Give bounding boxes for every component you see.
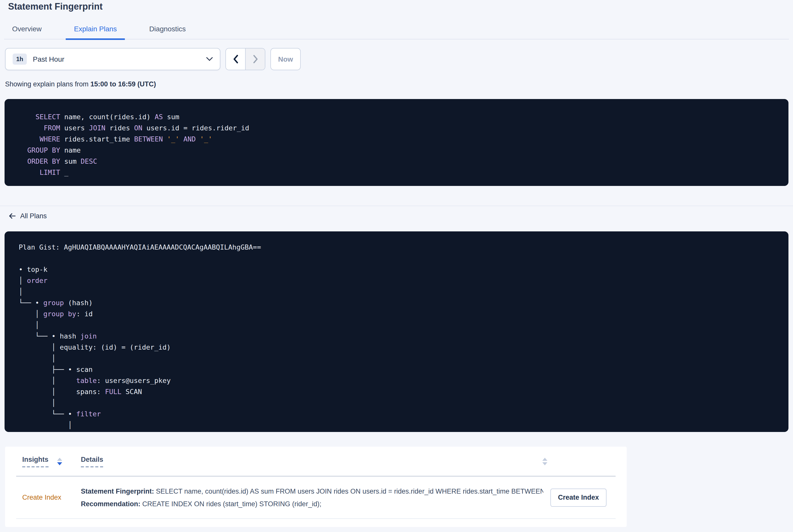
code-line: GROUP BY name [27, 145, 778, 156]
chevron-right-icon [252, 55, 258, 64]
tab-overview[interactable]: Overview [4, 19, 50, 40]
time-range-label: Past Hour [33, 55, 206, 63]
code-line: └── • hash join [19, 330, 778, 342]
statement-fingerprint-line: Statement Fingerprint: SELECT name, coun… [81, 485, 543, 497]
code-line: │ table: users@users_pkey [19, 375, 778, 386]
code-line: FROM users JOIN rides ON users.id = ride… [27, 122, 778, 133]
insights-table-header: Insights Details [16, 446, 616, 476]
now-button[interactable]: Now [270, 48, 301, 70]
code-line: │ [19, 286, 778, 297]
statement-fingerprint-text: SELECT name, count(rides.id) AS sum FROM… [154, 487, 543, 495]
insights-table-card: Insights Details Create Index Statement … [5, 446, 627, 527]
all-plans-link[interactable]: All Plans [8, 212, 47, 220]
create-index-button-label: Create Index [558, 494, 599, 501]
tab-bar: Overview Explain Plans Diagnostics [4, 19, 789, 39]
plan-gist-box: Plan Gist: AgHUAQIABQAAAAHYAQIAiAEAAAADC… [4, 231, 789, 432]
time-range-badge: 1h [13, 54, 27, 65]
recommendation-text: CREATE INDEX ON rides (start_time) STORI… [140, 500, 321, 508]
tab-explain-plans-label: Explain Plans [74, 24, 117, 33]
all-plans-label: All Plans [20, 212, 47, 220]
sort-up-arrow [542, 457, 547, 460]
code-line: ORDER BY sum DESC [27, 156, 778, 167]
table-row: Create Index Statement Fingerprint: SELE… [16, 476, 616, 519]
code-line: │ [19, 397, 778, 408]
chevron-down-icon [206, 57, 213, 61]
sort-icon[interactable] [542, 457, 547, 465]
code-line: └── • group (hash) [19, 297, 778, 308]
sort-down-arrow [542, 462, 547, 465]
code-line: │ [19, 431, 778, 432]
code-line: │ [19, 419, 778, 431]
code-line: │ equality: (id) = (rider_id) [19, 342, 778, 353]
code-line: │ [19, 319, 778, 330]
tab-overview-label: Overview [12, 24, 42, 33]
details-column-label: Details [81, 455, 103, 467]
sort-up-arrow [57, 457, 62, 460]
code-line: LIMIT _ [27, 167, 778, 178]
create-index-button[interactable]: Create Index [550, 488, 606, 507]
insight-details-cell: Statement Fingerprint: SELECT name, coun… [81, 485, 543, 510]
screenshot-viewport: Statement Fingerprint Overview Explain P… [0, 0, 793, 532]
statement-fingerprint-label: Statement Fingerprint: [81, 487, 154, 495]
section-divider [0, 206, 793, 206]
sql-statement-code: SELECT name, count(rides.id) AS sum FROM… [27, 111, 778, 178]
code-line: SELECT name, count(rides.id) AS sum [27, 111, 778, 122]
sql-statement-box: SELECT name, count(rides.id) AS sum FROM… [4, 99, 789, 186]
now-button-label: Now [278, 55, 293, 63]
code-line [19, 253, 778, 264]
code-line: │ group by: id [19, 308, 778, 319]
code-line: └── • filter [19, 408, 778, 419]
time-nav-group [225, 48, 265, 70]
code-line: │ order [19, 275, 778, 286]
code-line: ├── • scan [19, 364, 778, 375]
showing-range-prefix: Showing explain plans from [5, 80, 91, 88]
recommendation-label: Recommendation: [81, 500, 140, 508]
page-title: Statement Fingerprint [8, 0, 102, 13]
sort-down-arrow [57, 462, 62, 465]
sort-desc-icon[interactable] [57, 457, 62, 465]
next-time-button[interactable] [245, 49, 265, 70]
plan-tree-code: Plan Gist: AgHUAQIABQAAAAHYAQIAiAEAAAADC… [19, 242, 778, 432]
statement-fingerprint-page: Statement Fingerprint Overview Explain P… [0, 0, 793, 532]
chevron-left-icon [233, 55, 238, 64]
code-line: Plan Gist: AgHUAQIABQAAAAHYAQIAiAEAAAADC… [19, 242, 778, 253]
tab-diagnostics[interactable]: Diagnostics [141, 19, 194, 40]
code-line: WHERE rides.start_time BETWEEN '_' AND '… [27, 133, 778, 145]
code-line: │ [19, 353, 778, 364]
arrow-left-icon [8, 213, 16, 219]
showing-range-text: Showing explain plans from 15:00 to 16:5… [5, 80, 156, 88]
time-range-dropdown[interactable]: 1h Past Hour [5, 48, 220, 70]
details-column-header[interactable]: Details [81, 455, 547, 467]
time-controls: 1h Past Hour Now [5, 48, 301, 70]
tab-diagnostics-label: Diagnostics [149, 24, 186, 33]
insights-column-header[interactable]: Insights [16, 455, 81, 467]
code-line: │ spans: FULL SCAN [19, 386, 778, 397]
insight-type-cell: Create Index [16, 494, 81, 501]
previous-time-button[interactable] [226, 49, 245, 70]
recommendation-line: Recommendation: CREATE INDEX ON rides (s… [81, 497, 543, 510]
insights-column-label: Insights [22, 455, 49, 467]
code-line: • top-k [19, 264, 778, 275]
showing-range-value: 15:00 to 16:59 (UTC) [91, 80, 156, 88]
tab-explain-plans[interactable]: Explain Plans [66, 19, 125, 40]
